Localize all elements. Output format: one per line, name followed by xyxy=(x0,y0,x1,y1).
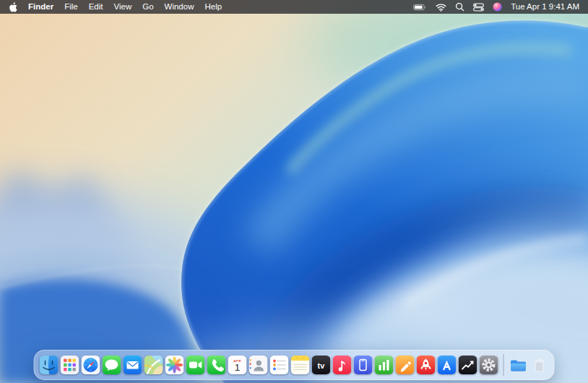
desktop: Finder File Edit View Go Window Help xyxy=(0,0,588,383)
dock-app-phone[interactable] xyxy=(207,356,226,374)
control-center-icon[interactable] xyxy=(473,3,484,12)
dock-app-tv[interactable]: tv xyxy=(312,356,331,374)
menu-edit[interactable]: Edit xyxy=(89,0,103,14)
dock-app-mail[interactable] xyxy=(124,356,142,374)
menu-file[interactable]: File xyxy=(64,0,78,14)
dock-app-messages[interactable] xyxy=(103,356,121,374)
wifi-icon[interactable] xyxy=(436,3,446,12)
menu-view[interactable]: View xyxy=(114,0,132,14)
apple-logo-icon xyxy=(9,2,17,12)
dock-app-reminders[interactable] xyxy=(270,356,289,374)
dock-app-facetime[interactable] xyxy=(186,356,205,374)
dock-app-safari[interactable] xyxy=(82,356,100,374)
dock-app-launchpad[interactable] xyxy=(61,356,79,374)
siri-icon[interactable] xyxy=(493,2,502,12)
desktop-wallpaper[interactable] xyxy=(0,0,588,383)
dock-app-notes[interactable] xyxy=(291,356,310,374)
dock-app-music[interactable] xyxy=(333,356,352,374)
dock-app-contacts[interactable] xyxy=(249,356,268,374)
svg-text:tv: tv xyxy=(318,361,326,370)
spotlight-search-icon[interactable] xyxy=(455,2,464,12)
menu-bar-left: Finder File Edit View Go Window Help xyxy=(9,0,222,14)
dock-app-pages[interactable] xyxy=(396,356,415,374)
dock-app-numbers[interactable] xyxy=(375,356,394,374)
apple-menu[interactable] xyxy=(9,2,17,12)
dock-app-iphone-mirroring[interactable] xyxy=(354,356,373,374)
menu-bar-status: Tue Apr 1 9:41 AM xyxy=(412,0,579,14)
svg-text:1: 1 xyxy=(235,362,241,373)
dock-app-finder[interactable] xyxy=(40,356,59,374)
menu-help[interactable]: Help xyxy=(204,0,222,14)
dock-app-system-settings[interactable] xyxy=(480,356,498,374)
menu-window[interactable]: Window xyxy=(165,0,194,14)
menu-bar: Finder File Edit View Go Window Help xyxy=(0,0,588,14)
dock-app-games[interactable] xyxy=(417,356,436,374)
dock-app-calendar[interactable]: APR 1 xyxy=(228,356,247,374)
menu-bar-clock[interactable]: Tue Apr 1 9:41 AM xyxy=(511,0,579,14)
dock-app-photos[interactable] xyxy=(165,356,184,374)
dock-downloads-folder[interactable] xyxy=(509,356,528,374)
dock-trash[interactable] xyxy=(530,356,549,374)
menu-go[interactable]: Go xyxy=(142,0,153,14)
menu-app-name[interactable]: Finder xyxy=(28,0,53,14)
dock: APR 1 xyxy=(34,350,555,380)
dock-app-maps[interactable] xyxy=(144,356,163,374)
dock-app-stocks[interactable] xyxy=(459,356,477,374)
battery-icon[interactable] xyxy=(412,2,427,12)
dock-app-app-store[interactable] xyxy=(438,356,457,374)
dock-separator xyxy=(503,354,504,376)
